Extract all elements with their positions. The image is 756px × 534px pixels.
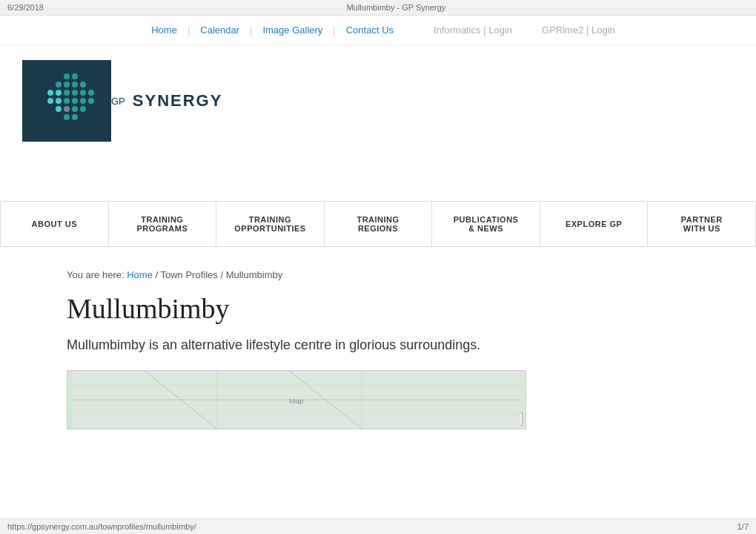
top-nav-gprime2: GPRime2 | Login (542, 24, 615, 36)
svg-point-18 (56, 106, 62, 112)
svg-point-14 (64, 98, 70, 104)
logo-container[interactable]: GP SYNERGY (22, 60, 222, 142)
top-nav-informatics: Informatics | Login (434, 24, 512, 36)
top-nav-image-gallery[interactable]: Image Gallery (252, 24, 333, 36)
svg-point-8 (64, 90, 70, 96)
svg-point-5 (80, 82, 86, 88)
nav-training-opportunities[interactable]: TRAINING OPPORTUNITIES (216, 202, 325, 246)
top-nav: Home | Calendar | Image Gallery | Contac… (0, 16, 756, 45)
svg-point-16 (80, 98, 86, 104)
svg-point-12 (47, 98, 53, 104)
logo-area: GP SYNERGY (0, 45, 756, 156)
top-nav-calendar[interactable]: Calendar (190, 24, 250, 36)
svg-point-0 (64, 73, 70, 79)
page-subtitle: Mullumbimby is an alternative lifestyle … (67, 335, 689, 355)
svg-point-9 (72, 90, 78, 96)
svg-point-2 (56, 82, 62, 88)
breadcrumb-rest: / Town Profiles / Mullumbimby (153, 269, 282, 280)
page-count: 1/7 (737, 522, 749, 531)
svg-point-6 (47, 90, 53, 96)
logo-box (22, 60, 111, 142)
gp-label: GP (111, 96, 125, 107)
breadcrumb-prefix: You are here: (67, 269, 127, 280)
page-title: Mullumbimby (67, 292, 689, 325)
svg-point-20 (72, 106, 78, 112)
breadcrumb: You are here: Home / Town Profiles / Mul… (67, 269, 689, 280)
logo-text: GP SYNERGY (111, 91, 222, 111)
nav-partner-with-us[interactable]: PARTNER WITH US (648, 202, 756, 246)
svg-point-15 (72, 98, 78, 104)
bottom-bar: https://gpsynergy.com.au/townprofiles/mu… (0, 518, 756, 534)
svg-point-23 (72, 114, 78, 120)
svg-point-19 (64, 106, 70, 112)
top-nav-contact-us[interactable]: Contact Us (336, 24, 404, 36)
nav-training-regions[interactable]: TRAINING REGIONS (325, 202, 433, 246)
svg-point-10 (80, 90, 86, 96)
nav-training-programs[interactable]: TRAINING PROGRAMS (109, 202, 217, 246)
svg-point-11 (88, 90, 94, 96)
browser-date: 6/29/2018 (7, 3, 44, 12)
svg-text:Map: Map (290, 397, 305, 405)
svg-point-13 (56, 98, 62, 104)
map-svg: Map (67, 371, 525, 429)
synergy-label: SYNERGY (133, 91, 223, 111)
top-nav-home[interactable]: Home (141, 24, 188, 36)
svg-point-17 (88, 98, 94, 104)
nav-explore-gp[interactable]: EXPLORE GP (540, 202, 649, 246)
svg-point-7 (56, 90, 62, 96)
svg-point-1 (72, 73, 78, 79)
breadcrumb-home[interactable]: Home (127, 269, 153, 280)
svg-point-3 (64, 82, 70, 88)
browser-date-bar: 6/29/2018 Mullumbimby - GP Synergy (0, 0, 756, 16)
svg-point-4 (72, 82, 78, 88)
nav-about-us[interactable]: ABOUT US (0, 202, 109, 246)
svg-point-22 (64, 114, 70, 120)
svg-point-21 (80, 106, 86, 112)
map-inner: Map (67, 371, 525, 429)
content-area: You are here: Home / Town Profiles / Mul… (0, 247, 756, 444)
map-container[interactable]: Map (67, 370, 526, 429)
main-nav: ABOUT US TRAINING PROGRAMS TRAINING OPPO… (0, 201, 756, 247)
status-url: https://gpsynergy.com.au/townprofiles/mu… (7, 522, 196, 531)
logo-svg (33, 67, 100, 134)
browser-title: Mullumbimby - GP Synergy (44, 3, 749, 12)
nav-publications-news[interactable]: PUBLICATIONS & NEWS (432, 202, 540, 246)
